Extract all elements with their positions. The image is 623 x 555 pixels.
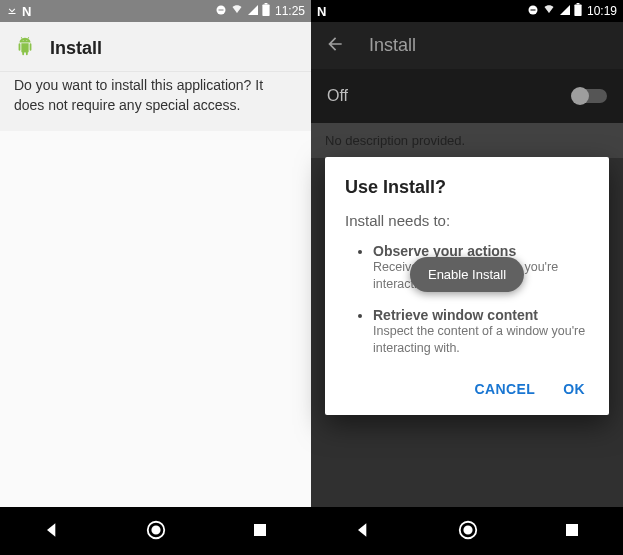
appbar: Install — [311, 22, 623, 69]
service-toggle-row[interactable]: Off — [311, 69, 623, 123]
content-spacer — [0, 131, 311, 511]
dnd-icon — [215, 4, 227, 19]
statusbar: N 10:19 — [311, 0, 623, 22]
nav-home-button[interactable] — [457, 519, 479, 544]
dialog-actions: CANCEL OK — [345, 371, 589, 405]
appbar: Install — [0, 22, 311, 72]
screen-accessibility-settings: N 10:19 Install — [311, 0, 623, 555]
navbar — [0, 507, 311, 555]
switch-off-icon[interactable] — [573, 89, 607, 103]
screen-install-prompt: N 11:25 Install — [0, 0, 311, 555]
permission-title: Retrieve window content — [373, 307, 589, 323]
clock: 11:25 — [275, 4, 305, 18]
cell-signal-icon — [247, 4, 259, 19]
clock: 10:19 — [587, 4, 617, 18]
back-arrow-icon[interactable] — [325, 34, 345, 57]
dialog-ok-button[interactable]: OK — [563, 381, 585, 397]
svg-point-12 — [464, 526, 471, 533]
install-message: Do you want to install this application?… — [0, 72, 311, 131]
permission-desc: Inspect the content of a window you're i… — [373, 323, 589, 357]
svg-rect-3 — [265, 3, 268, 4]
wifi-icon — [542, 4, 556, 19]
nav-back-button[interactable] — [353, 520, 373, 543]
n-preview-icon: N — [22, 4, 31, 19]
svg-point-5 — [153, 526, 160, 533]
dialog-subtitle: Install needs to: — [345, 212, 589, 229]
nav-recents-button[interactable] — [563, 521, 581, 542]
download-icon — [6, 4, 18, 19]
battery-icon — [262, 3, 270, 19]
cell-signal-icon — [559, 4, 571, 19]
nav-recents-button[interactable] — [251, 521, 269, 542]
svg-rect-1 — [218, 9, 223, 10]
svg-rect-8 — [530, 9, 535, 10]
navbar — [311, 507, 623, 555]
dialog-backdrop: Use Install? Install needs to: Observe y… — [311, 145, 623, 507]
nav-back-button[interactable] — [42, 520, 62, 543]
dialog-title: Use Install? — [345, 177, 589, 198]
svg-rect-9 — [574, 4, 581, 16]
page-title: Install — [50, 38, 102, 59]
toast: Enable Install — [410, 257, 524, 292]
dialog-cancel-button[interactable]: CANCEL — [474, 381, 535, 397]
svg-rect-10 — [577, 3, 580, 4]
accessibility-dialog: Use Install? Install needs to: Observe y… — [325, 157, 609, 415]
android-icon — [14, 36, 36, 61]
statusbar: N 11:25 — [0, 0, 311, 22]
svg-rect-2 — [262, 4, 269, 16]
nav-home-button[interactable] — [145, 519, 167, 544]
permission-retrieve: Retrieve window content Inspect the cont… — [373, 307, 589, 357]
svg-rect-13 — [566, 524, 578, 536]
toggle-label: Off — [327, 87, 348, 105]
wifi-icon — [230, 4, 244, 19]
dnd-icon — [527, 4, 539, 19]
n-preview-icon: N — [317, 4, 326, 19]
page-title: Install — [369, 35, 416, 56]
svg-rect-6 — [254, 524, 266, 536]
battery-icon — [574, 3, 582, 19]
